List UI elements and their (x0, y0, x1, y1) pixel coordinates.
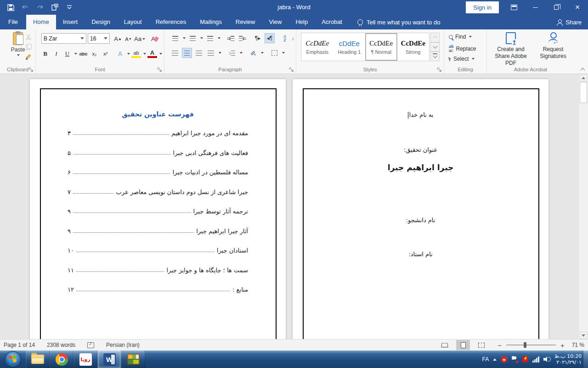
rtl-direction-button[interactable]: ◂¶ (265, 33, 275, 43)
bold-button[interactable]: B (40, 49, 50, 58)
copy-icon[interactable] (24, 42, 33, 52)
tab-view[interactable]: View (262, 15, 288, 29)
bullets-dropdown-icon[interactable] (183, 37, 186, 39)
superscript-button[interactable]: x² (101, 49, 110, 58)
borders-dropdown-icon[interactable] (282, 52, 285, 54)
justify-dropdown-icon[interactable] (219, 52, 221, 54)
document-canvas[interactable]: فهرست عناوین تحقیق مقدمه ای در مورد جبرا… (0, 74, 588, 339)
sign-in-button[interactable]: Sign in (466, 1, 499, 13)
format-painter-icon[interactable] (24, 52, 33, 62)
proofing-icon[interactable] (87, 342, 94, 348)
network-signal-icon[interactable] (532, 356, 539, 362)
taskbar-chrome[interactable] (50, 351, 74, 368)
change-case-button[interactable]: Aa (134, 34, 145, 44)
scrollbar-thumb[interactable] (580, 82, 587, 103)
font-color-dropdown-icon[interactable] (159, 53, 162, 55)
select-button[interactable]: Select (449, 56, 475, 62)
show-hidden-icons-button[interactable] (493, 358, 497, 361)
multilevel-list-button[interactable] (205, 33, 215, 43)
tab-references[interactable]: References (149, 15, 193, 29)
share-button[interactable]: Share (557, 15, 582, 29)
style-normal[interactable]: CcDdEe ¶ Normal (365, 33, 397, 61)
decrease-indent-button[interactable]: ⇉ (226, 33, 236, 43)
vertical-scrollbar[interactable] (578, 74, 588, 339)
line-spacing-dropdown-icon[interactable] (240, 52, 243, 54)
tab-design[interactable]: Design (85, 15, 117, 29)
page-indicator[interactable]: Page 1 of 14 (4, 342, 35, 348)
styles-dialog-launcher-icon[interactable] (437, 67, 442, 72)
tab-help[interactable]: Help (288, 15, 315, 29)
tell-me-box[interactable]: Tell me what you want to do (357, 15, 440, 29)
find-button[interactable]: Find (449, 34, 472, 40)
styles-more-button[interactable] (430, 52, 440, 61)
styles-scroll-up-button[interactable] (430, 33, 440, 42)
increase-indent-button[interactable]: ⇇ (237, 33, 248, 43)
taskbar-roya-app[interactable]: رویا (74, 351, 97, 368)
multilevel-dropdown-icon[interactable] (218, 37, 220, 39)
subscript-button[interactable]: x₂ (90, 49, 99, 58)
tab-file[interactable]: File (0, 15, 26, 29)
zoom-slider[interactable] (506, 345, 556, 345)
taskbar-file-explorer[interactable] (26, 351, 50, 368)
strikethrough-button[interactable]: abc (79, 49, 88, 58)
font-size-combobox[interactable]: 16 (88, 33, 110, 44)
italic-button[interactable]: I (51, 49, 61, 58)
language-bar[interactable]: FA (482, 356, 489, 362)
action-center-flag-icon[interactable] (512, 356, 518, 362)
tab-insert[interactable]: Insert (56, 15, 85, 29)
style-emphasis[interactable]: CcDdEe Emphasis (301, 33, 334, 61)
shrink-font-button[interactable]: A▼ (124, 34, 133, 44)
underline-dropdown-icon[interactable] (74, 53, 77, 55)
tab-acrobat[interactable]: Acrobat (315, 15, 349, 29)
request-signatures-button[interactable]: Request Signatures (535, 32, 571, 60)
font-dialog-launcher-icon[interactable] (157, 67, 162, 72)
tab-mailings[interactable]: Mailings (193, 15, 229, 29)
read-mode-button[interactable] (438, 340, 452, 350)
create-share-pdf-button[interactable]: Create and Share Adobe PDF (490, 32, 532, 67)
clock[interactable]: 10:20 ب.ظ ۲۰۲۱/۲۹/۰۱ (554, 353, 582, 365)
zoom-level[interactable]: 71 % (572, 342, 584, 348)
zoom-out-button[interactable]: − (498, 341, 502, 349)
zoom-slider-thumb[interactable] (524, 342, 526, 348)
taskbar-media-player[interactable] (121, 351, 145, 368)
antivirus-tray-icon[interactable] (501, 356, 508, 363)
shading-button[interactable] (248, 48, 258, 58)
styles-scroll-down-button[interactable] (430, 42, 440, 52)
style-strong[interactable]: CcDdEe Strong (397, 33, 430, 61)
text-effects-dropdown-icon[interactable] (127, 53, 130, 55)
bullets-button[interactable] (170, 33, 180, 43)
volume-icon[interactable] (543, 356, 550, 362)
power-tray-icon[interactable] (522, 356, 528, 362)
word-count[interactable]: 2308 words (47, 342, 75, 348)
page-2[interactable]: به نام خدا عنوان تحقیق: جبرا ابراهیم جبر… (293, 79, 548, 339)
scroll-up-button[interactable] (580, 74, 587, 81)
sort-button[interactable]: AZ (280, 33, 290, 43)
taskbar-word[interactable]: W (97, 351, 121, 368)
start-button[interactable] (5, 351, 21, 368)
cut-icon[interactable] (24, 32, 33, 41)
zoom-in-button[interactable]: + (560, 341, 565, 349)
highlight-dropdown-icon[interactable] (143, 53, 146, 55)
clear-formatting-button[interactable]: A (150, 34, 159, 44)
justify-button[interactable] (206, 48, 216, 58)
grow-font-button[interactable]: A▲ (113, 34, 123, 44)
tab-review[interactable]: Review (229, 15, 262, 29)
highlight-button[interactable]: ab (131, 50, 141, 58)
paragraph-dialog-launcher-icon[interactable] (289, 67, 294, 72)
web-layout-button[interactable] (475, 340, 488, 350)
restore-button[interactable] (546, 0, 567, 15)
ltr-direction-button[interactable]: ¶▸ (253, 33, 263, 43)
print-layout-button[interactable] (456, 340, 470, 350)
language-indicator[interactable]: Persian (Iran) (106, 342, 140, 348)
align-center-button[interactable] (182, 48, 192, 58)
close-button[interactable]: × (567, 0, 588, 15)
numbering-button[interactable] (187, 33, 198, 43)
minimize-button[interactable] (525, 0, 546, 15)
ribbon-display-options-button[interactable] (503, 0, 525, 15)
font-color-button[interactable]: A (147, 50, 157, 58)
borders-button[interactable] (269, 48, 279, 58)
line-spacing-button[interactable]: ↕ (227, 48, 237, 58)
page-1[interactable]: فهرست عناوین تحقیق مقدمه ای در مورد جبرا… (30, 79, 286, 339)
style-heading1[interactable]: cDdEe Heading 1 (334, 33, 366, 61)
text-effects-button[interactable]: A (115, 49, 125, 58)
